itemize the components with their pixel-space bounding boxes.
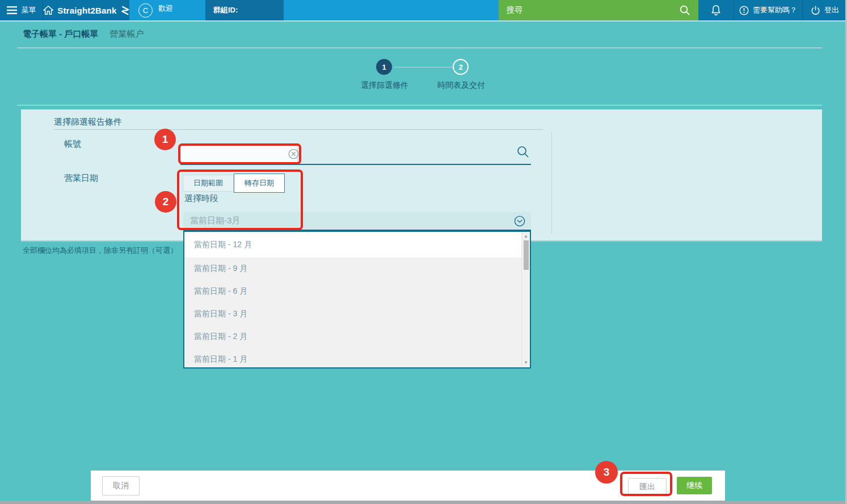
search-input[interactable]: 搜尋 (499, 0, 698, 20)
divider-line (17, 48, 822, 48)
user-welcome[interactable]: C 歡迎 (129, 0, 205, 20)
dropdown-option[interactable]: 當前日期 - 9 月 (184, 257, 530, 280)
dropdown-option[interactable]: 當前日期 - 1 月 (184, 348, 530, 369)
welcome-label: 歡迎 (158, 3, 173, 14)
panel-vertical-divider (551, 132, 552, 234)
account-number-label: 帳號 (64, 139, 81, 150)
avatar: C (138, 3, 153, 18)
continue-button[interactable]: 继续 (677, 477, 712, 494)
topbar-light-section: C 歡迎 群組ID: (129, 0, 499, 20)
group-id-label: 群組ID: (205, 0, 284, 20)
notifications-button[interactable] (698, 0, 734, 20)
home-icon (43, 5, 53, 15)
dropdown-option[interactable]: 當前日期 - 6 月 (184, 280, 530, 303)
filter-criteria-panel: 選擇篩選報告條件 帳號 营業日期 日期範圍 轉存日期 選擇時段 當前日期-3月 (21, 109, 822, 242)
period-select[interactable]: 當前日期-3月 (183, 212, 531, 231)
logout-label: 登出 (824, 5, 839, 15)
logout-button[interactable]: 登出 (803, 0, 847, 20)
chevron-down-icon[interactable] (514, 215, 525, 227)
step-1-circle[interactable]: 1 (376, 59, 392, 75)
search-icon[interactable] (679, 5, 690, 16)
menu-button[interactable]: 菜單 (0, 0, 43, 20)
help-label: 需要幫助嗎？ (753, 5, 797, 15)
scroll-down-icon[interactable]: ▼ (522, 360, 530, 365)
home-logo-link[interactable]: Straight2Bank (43, 0, 129, 20)
export-button[interactable]: 匯出 (628, 478, 667, 495)
topbar-spacer (284, 0, 499, 20)
help-button[interactable]: 需要幫助嗎？ (734, 0, 802, 20)
dropdown-scrollbar[interactable]: ▲ ▼ (521, 232, 530, 367)
search-placeholder: 搜尋 (507, 5, 522, 15)
stepper-connector (394, 67, 453, 67)
hamburger-icon (7, 6, 17, 14)
scroll-up-icon[interactable]: ▲ (522, 234, 530, 239)
clear-input-icon[interactable] (288, 149, 299, 159)
panel-heading: 選擇篩選報告條件 (54, 117, 122, 128)
account-number-field[interactable] (181, 146, 297, 162)
business-date-label: 营業日期 (64, 173, 98, 184)
menu-label: 菜單 (22, 5, 36, 15)
tab-date-range[interactable]: 日期範圍 (183, 175, 234, 192)
step-2-label: 時間表及交付 (427, 81, 495, 91)
standard-chartered-logo-icon (121, 5, 129, 16)
power-icon (811, 6, 820, 15)
required-fields-note: 全部欄位均為必填項目，除非另有訂明（可選） (23, 245, 178, 256)
breadcrumb-secondary: 營業帳户 (110, 29, 144, 39)
divider-line (17, 105, 822, 105)
breadcrumb: 電子帳單 - 戶口帳單 營業帳户 (23, 29, 144, 40)
account-number-input[interactable] (181, 146, 288, 162)
dropdown-option[interactable]: 當前日期 - 3 月 (184, 303, 530, 325)
step-1-label: 選擇篩選條件 (351, 81, 419, 91)
app-name: Straight2Bank (57, 6, 116, 15)
dropdown-option[interactable]: 當前日期 - 2 月 (184, 325, 530, 348)
bell-icon (711, 5, 721, 16)
period-select-value: 當前日期-3月 (183, 215, 240, 226)
dropdown-option[interactable]: 當前日期 - 12 月 (184, 232, 530, 257)
cancel-button[interactable]: 取消 (102, 476, 140, 495)
account-field-underline (180, 164, 531, 165)
window-bottom-edge (0, 501, 847, 504)
tab-transfer-date[interactable]: 轉存日期 (234, 173, 285, 193)
footer-action-bar: 取消 匯出 继续 (91, 471, 725, 501)
period-select-label: 選擇時段 (184, 193, 218, 204)
top-bar: 菜單 Straight2Bank C 歡迎 群組ID: 搜尋 (0, 0, 847, 22)
heading-underline (54, 129, 543, 130)
breadcrumb-primary: 電子帳單 - 戶口帳單 (23, 29, 98, 39)
account-lookup-search-icon[interactable] (516, 145, 530, 162)
period-dropdown-list: 當前日期 - 12 月 當前日期 - 9 月 當前日期 - 6 月 當前日期 -… (183, 231, 531, 369)
scrollbar-thumb[interactable] (524, 240, 529, 270)
step-2-circle[interactable]: 2 (453, 59, 469, 75)
info-icon (739, 6, 749, 15)
